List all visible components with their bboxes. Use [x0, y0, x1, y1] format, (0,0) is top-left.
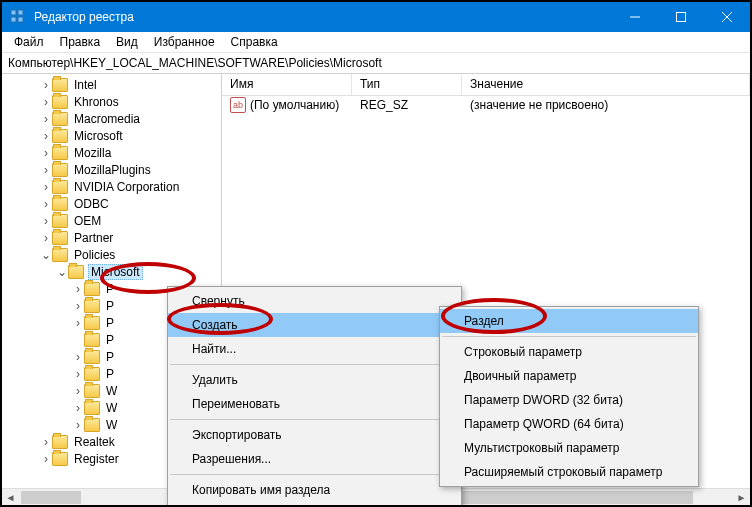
chevron-right-icon[interactable] — [40, 234, 52, 242]
chevron-right-icon[interactable] — [40, 455, 52, 463]
tree-item-label: Р — [104, 299, 116, 313]
scroll-left-icon[interactable]: ◄ — [2, 489, 19, 506]
chevron-right-icon[interactable] — [72, 353, 84, 361]
tree-item[interactable]: MozillaPlugins — [2, 161, 221, 178]
chevron-down-icon[interactable] — [40, 251, 52, 259]
ctx-export[interactable]: Экспортировать — [168, 423, 461, 447]
folder-icon — [84, 316, 100, 330]
chevron-right-icon[interactable] — [40, 98, 52, 106]
sub-multi[interactable]: Мультистроковый параметр — [440, 436, 698, 460]
chevron-right-icon[interactable] — [72, 387, 84, 395]
ctx-rename[interactable]: Переименовать — [168, 392, 461, 416]
ctx-goto-hkcu[interactable]: Перейти в раздел HKEY_CURRENT_USER — [168, 502, 461, 507]
folder-icon — [52, 231, 68, 245]
address-text: Компьютер\HKEY_LOCAL_MACHINE\SOFTWARE\Po… — [8, 56, 382, 70]
menu-file[interactable]: Файл — [6, 33, 52, 51]
chevron-right-icon[interactable] — [72, 404, 84, 412]
col-value[interactable]: Значение — [462, 74, 750, 95]
tree-item-label: Р — [104, 350, 116, 364]
chevron-right-icon[interactable] — [40, 166, 52, 174]
folder-icon — [84, 384, 100, 398]
ctx-create[interactable]: Создать▶ — [168, 313, 461, 337]
sub-binary[interactable]: Двоичный параметр — [440, 364, 698, 388]
tree-item-label: Microsoft — [88, 264, 143, 280]
value-data: (значение не присвоено) — [462, 98, 750, 112]
chevron-right-icon[interactable] — [72, 302, 84, 310]
tree-item[interactable]: Microsoft — [2, 263, 221, 280]
maximize-button[interactable] — [658, 2, 704, 32]
address-bar[interactable]: Компьютер\HKEY_LOCAL_MACHINE\SOFTWARE\Po… — [2, 53, 750, 74]
menu-help[interactable]: Справка — [223, 33, 286, 51]
folder-icon — [84, 350, 100, 364]
folder-icon — [84, 418, 100, 432]
chevron-right-icon[interactable] — [40, 115, 52, 123]
folder-icon — [84, 367, 100, 381]
tree-item[interactable]: Macromedia — [2, 110, 221, 127]
sub-key[interactable]: Раздел — [440, 309, 698, 333]
scroll-right-icon[interactable]: ► — [733, 489, 750, 506]
chevron-down-icon[interactable] — [56, 268, 68, 276]
chevron-right-icon[interactable] — [40, 438, 52, 446]
folder-icon — [52, 146, 68, 160]
svg-rect-0 — [11, 10, 16, 15]
menu-view[interactable]: Вид — [108, 33, 146, 51]
window-title: Редактор реестра — [34, 10, 612, 24]
tree-item[interactable]: ODBC — [2, 195, 221, 212]
col-type[interactable]: Тип — [352, 74, 462, 95]
ctx-permissions[interactable]: Разрешения... — [168, 447, 461, 471]
close-button[interactable] — [704, 2, 750, 32]
chevron-right-icon[interactable] — [40, 132, 52, 140]
regedit-icon — [10, 9, 26, 25]
tree-item-label: Intel — [72, 78, 99, 92]
chevron-right-icon[interactable] — [72, 319, 84, 327]
sub-dword[interactable]: Параметр DWORD (32 бита) — [440, 388, 698, 412]
minimize-button[interactable] — [612, 2, 658, 32]
folder-icon — [84, 333, 100, 347]
tree-item[interactable]: NVIDIA Corporation — [2, 178, 221, 195]
menu-favorites[interactable]: Избранное — [146, 33, 223, 51]
svg-rect-3 — [18, 17, 23, 22]
tree-item[interactable]: Partner — [2, 229, 221, 246]
tree-item-label: Realtek — [72, 435, 117, 449]
tree-item[interactable]: OEM — [2, 212, 221, 229]
chevron-right-icon[interactable] — [72, 285, 84, 293]
tree-item-label: W — [104, 418, 119, 432]
tree-item-label: W — [104, 384, 119, 398]
list-row[interactable]: ab (По умолчанию) REG_SZ (значение не пр… — [222, 96, 750, 114]
context-submenu-create: Раздел Строковый параметр Двоичный парам… — [439, 306, 699, 487]
tree-item-label: Р — [104, 282, 116, 296]
scrollbar-thumb[interactable] — [21, 491, 81, 504]
value-type: REG_SZ — [352, 98, 462, 112]
tree-item-label: NVIDIA Corporation — [72, 180, 181, 194]
tree-item[interactable]: Intel — [2, 76, 221, 93]
tree-item[interactable]: Khronos — [2, 93, 221, 110]
sub-string[interactable]: Строковый параметр — [440, 340, 698, 364]
chevron-right-icon[interactable] — [40, 183, 52, 191]
chevron-right-icon[interactable] — [72, 421, 84, 429]
tree-item[interactable]: Policies — [2, 246, 221, 263]
title-bar: Редактор реестра — [2, 2, 750, 32]
ctx-delete[interactable]: Удалить — [168, 368, 461, 392]
menu-edit[interactable]: Правка — [52, 33, 109, 51]
tree-item[interactable]: Mozilla — [2, 144, 221, 161]
sub-expand[interactable]: Расширяемый строковый параметр — [440, 460, 698, 484]
chevron-right-icon[interactable] — [40, 149, 52, 157]
folder-icon — [52, 129, 68, 143]
folder-icon — [52, 180, 68, 194]
folder-icon — [52, 197, 68, 211]
chevron-right-icon[interactable] — [40, 200, 52, 208]
ctx-collapse[interactable]: Свернуть — [168, 289, 461, 313]
ctx-find[interactable]: Найти... — [168, 337, 461, 361]
col-name[interactable]: Имя — [222, 74, 352, 95]
string-value-icon: ab — [230, 97, 246, 113]
sub-qword[interactable]: Параметр QWORD (64 бита) — [440, 412, 698, 436]
chevron-right-icon[interactable] — [72, 370, 84, 378]
chevron-right-icon[interactable] — [40, 217, 52, 225]
ctx-copyname[interactable]: Копировать имя раздела — [168, 478, 461, 502]
value-name: (По умолчанию) — [250, 98, 339, 112]
tree-item-label: Partner — [72, 231, 115, 245]
folder-icon — [52, 163, 68, 177]
folder-icon — [52, 95, 68, 109]
chevron-right-icon[interactable] — [40, 81, 52, 89]
tree-item[interactable]: Microsoft — [2, 127, 221, 144]
